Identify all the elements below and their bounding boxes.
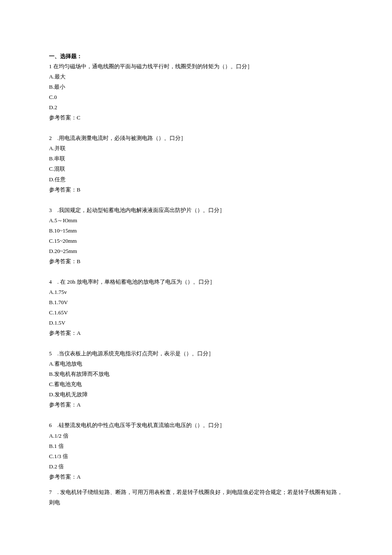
option-c: C.0 xyxy=(49,92,343,102)
question-text: 7 . 发电机转子绕组短路、断路，可用万用表检查，若是转子线圈良好，则电阻值必定… xyxy=(49,487,343,508)
answer: 参考答案：B xyxy=(49,185,343,195)
question-text: 5 .当仪表板上的电源系统充电指示灯点亮时，表示是（）。口分］ xyxy=(49,349,343,359)
option-a: A.1.75v xyxy=(49,287,343,297)
option-d: D.2 xyxy=(49,102,343,113)
question-text: 3 .我国规定，起动型铅蓄电池内电解液液面应高出防护片（）。口分］ xyxy=(49,205,343,215)
answer: 参考答案：C xyxy=(49,113,343,123)
option-d: D.任意 xyxy=(49,174,343,185)
option-c: C.蓄电池充电 xyxy=(49,379,343,389)
option-a: A.1/2 倍 xyxy=(49,431,343,441)
option-b: B.10~15mm xyxy=(49,226,343,236)
option-c: C.混联 xyxy=(49,164,343,174)
option-a: A.最大 xyxy=(49,72,343,82)
question-text: 2 .用电流表测量电流时，必须与被测电路（）。口分］ xyxy=(49,133,343,143)
answer: 参考答案：A xyxy=(49,472,343,482)
question-3: 3 .我国规定，起动型铅蓄电池内电解液液面应高出防护片（）。口分］ A.5～IO… xyxy=(49,205,343,267)
question-text: 6 .硅整流发电机的中性点电压等于发电机直流输出电压的（）。口分］ xyxy=(49,420,343,430)
section-title: 一、选择题： xyxy=(49,51,343,61)
option-d: D.2 倍 xyxy=(49,462,343,472)
question-text: 4 . 在 20h 放电率时，单格铅蓄电池的放电终了电压为（）。口分］ xyxy=(49,277,343,287)
option-d: D.20~25mm xyxy=(49,246,343,256)
question-1: 1 在均匀磁场中，通电线圈的平面与磁力线平行时，线圈受到的转矩为（）。口分］ A… xyxy=(49,61,343,123)
question-5: 5 .当仪表板上的电源系统充电指示灯点亮时，表示是（）。口分］ A.蓄电池放电 … xyxy=(49,349,343,410)
option-d: D.1.5V xyxy=(49,318,343,328)
question-7: 7 . 发电机转子绕组短路、断路，可用万用表检查，若是转子线圈良好，则电阻值必定… xyxy=(49,487,343,508)
option-b: B.最小 xyxy=(49,82,343,92)
option-b: B.串联 xyxy=(49,154,343,164)
answer: 参考答案：A xyxy=(49,328,343,338)
option-b: B.1 倍 xyxy=(49,441,343,451)
option-a: A.蓄电池放电 xyxy=(49,359,343,369)
option-b: B.发电机有故障而不放电 xyxy=(49,369,343,379)
option-c: C.1.65V xyxy=(49,308,343,318)
answer: 参考答案：B xyxy=(49,256,343,267)
option-a: A.5～IOmm xyxy=(49,215,343,226)
answer: 参考答案：A xyxy=(49,400,343,410)
question-6: 6 .硅整流发电机的中性点电压等于发电机直流输出电压的（）。口分］ A.1/2 … xyxy=(49,420,343,482)
option-a: A.并联 xyxy=(49,143,343,154)
option-c: C.1/3 倍 xyxy=(49,451,343,462)
question-2: 2 .用电流表测量电流时，必须与被测电路（）。口分］ A.并联 B.串联 C.混… xyxy=(49,133,343,195)
question-text: 1 在均匀磁场中，通电线圈的平面与磁力线平行时，线圈受到的转矩为（）。口分］ xyxy=(49,61,343,72)
option-d: D.发电机无故障 xyxy=(49,389,343,400)
question-4: 4 . 在 20h 放电率时，单格铅蓄电池的放电终了电压为（）。口分］ A.1.… xyxy=(49,277,343,338)
option-b: B.1.70V xyxy=(49,297,343,308)
option-c: C.15~20mm xyxy=(49,236,343,246)
